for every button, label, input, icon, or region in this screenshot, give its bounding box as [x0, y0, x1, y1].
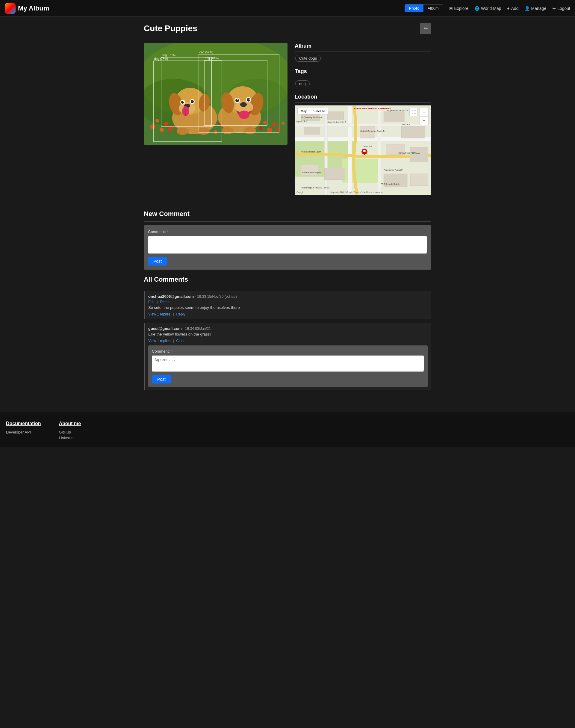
svg-point-42	[183, 101, 184, 102]
close-link[interactable]: Close	[176, 339, 185, 343]
map-type-bar: Map Satellite	[297, 108, 328, 114]
photo-column: dog (73%) dog (52%) dog (51%) dog (48%)	[144, 43, 288, 145]
reply-label: Comment: *	[152, 349, 424, 354]
svg-text:Pantai Hillpark Phase 2- Block: Pantai Hillpark Phase 2- Block 1	[301, 187, 331, 189]
map-zoom-out[interactable]: −	[420, 117, 428, 125]
comment-meta: - 19:33 15/Nov/20 (edited)	[195, 295, 237, 299]
comment-actions: Edit | Delete	[148, 299, 428, 304]
edit-button[interactable]: ✏	[420, 23, 431, 34]
comment-text: So cute, the puppies seem to enjoy thems…	[148, 305, 428, 310]
svg-text:ngkasa Apt: ngkasa Apt	[297, 120, 307, 123]
svg-point-19	[156, 119, 159, 123]
comment-header: onchua2006@gmail.com - 19:33 15/Nov/20 (…	[148, 294, 428, 299]
svg-rect-85	[360, 126, 375, 138]
comment-author: onchua2006@gmail.com	[148, 294, 194, 299]
location-heading: Location	[295, 94, 431, 103]
photo-container: dog (73%) dog (52%) dog (51%) dog (48%)	[144, 43, 288, 145]
all-comments-title: All Comments	[144, 276, 431, 284]
comment-textarea[interactable]	[148, 236, 427, 254]
svg-point-49	[198, 128, 210, 135]
svg-text:Avenue 7: Avenue 7	[401, 124, 410, 126]
svg-point-32	[272, 122, 276, 126]
svg-text:Masjid Ar-Rah Kerinchi: Masjid Ar-Rah Kerinchi	[386, 109, 408, 112]
album-tab[interactable]: Album	[424, 4, 443, 12]
page-title: Cute Puppies	[144, 24, 197, 33]
svg-text:dog (51%): dog (51%)	[162, 54, 175, 57]
svg-point-45	[193, 101, 194, 102]
svg-point-65	[244, 127, 256, 134]
comment-item: guest@gmail.com - 19:34 03/Jan/21 Like t…	[144, 323, 431, 390]
logout-link[interactable]: ↪ Logout	[552, 6, 570, 11]
svg-point-58	[237, 99, 238, 100]
navbar: My Album Photo Album ⊞ Explore 🌐 World M…	[0, 0, 575, 17]
svg-text:dog (52%): dog (52%)	[199, 51, 213, 54]
reply-textarea[interactable]	[152, 355, 424, 372]
footer-github-link[interactable]: GitHub	[59, 430, 81, 434]
post-button[interactable]: Post	[148, 257, 167, 265]
svg-point-17	[267, 128, 272, 133]
svg-rect-78	[348, 106, 352, 194]
brand: My Album	[5, 3, 49, 14]
svg-point-57	[235, 99, 239, 102]
grid-icon: ⊞	[449, 6, 453, 11]
footer-linkedin-link[interactable]: LinkedIn	[59, 436, 81, 440]
svg-text:PPR Kerinchi Blok A: PPR Kerinchi Blok A	[381, 183, 400, 185]
tags-section: Tags dog	[295, 68, 431, 88]
map-fullscreen-button[interactable]: ⛶	[409, 108, 418, 116]
explore-link[interactable]: ⊞ Explore	[449, 6, 468, 11]
photo-tab[interactable]: Photo	[405, 4, 424, 12]
comment-reply-row: View 1 replies | Close	[148, 338, 428, 343]
new-comment-form: Comment: * Post	[144, 225, 431, 270]
map-type-satellite[interactable]: Satellite	[310, 108, 328, 114]
svg-point-6	[168, 126, 173, 131]
svg-rect-93	[410, 174, 428, 186]
footer-api-link[interactable]: Developer API	[6, 430, 41, 434]
svg-point-60	[247, 98, 250, 102]
required-star-reply: *	[171, 349, 172, 354]
location-section: Location	[295, 94, 431, 195]
tag-item: dog	[295, 80, 310, 87]
svg-rect-86	[384, 112, 404, 122]
svg-text:Map data ©2021 Google  Terms o: Map data ©2021 Google Terms of Use Repor…	[330, 191, 384, 194]
svg-text:KL Gateway Residence: KL Gateway Residence	[301, 116, 323, 119]
required-star: *	[167, 230, 169, 234]
map-zoom-in[interactable]: +	[420, 108, 428, 117]
svg-rect-90	[301, 165, 319, 175]
plus-icon: +	[507, 6, 509, 11]
reply-link[interactable]: Reply	[176, 312, 185, 317]
map-zoom-controls: + −	[419, 108, 429, 125]
svg-text:Nexus Bangsar South: Nexus Bangsar South	[301, 151, 321, 153]
svg-text:Centrio Pantai Hillpark: Centrio Pantai Hillpark	[301, 171, 322, 174]
album-heading: Album	[295, 43, 431, 52]
add-link[interactable]: + Add	[507, 6, 518, 11]
new-comment-title: New Comment	[144, 210, 431, 218]
map-container: South View Serviced Apartments KL Gatewa…	[295, 105, 431, 195]
manage-link[interactable]: 👤 Manage	[525, 6, 546, 11]
svg-rect-83	[304, 127, 320, 134]
edit-link[interactable]: Edit	[148, 300, 155, 304]
tags-heading: Tags	[295, 68, 431, 77]
comment-meta: - 19:34 03/Jan/21	[183, 327, 211, 331]
nav-links: ⊞ Explore 🌐 World Map + Add 👤 Manage ↪ L…	[449, 6, 570, 11]
comment-label: Comment: *	[148, 230, 427, 234]
svg-point-4	[150, 124, 155, 129]
comment-header: guest@gmail.com - 19:34 03/Jan/21	[148, 326, 428, 331]
svg-rect-80	[325, 106, 328, 194]
user-icon: 👤	[525, 6, 530, 11]
view-replies-link[interactable]: View 1 replies	[148, 339, 170, 343]
sidebar-column: Album Cute dogs Tags dog Location	[295, 43, 431, 201]
content-columns: dog (73%) dog (52%) dog (51%) dog (48%) …	[144, 43, 431, 201]
reply-post-button[interactable]: Post	[152, 375, 171, 384]
reply-form: Comment: * Post	[148, 345, 428, 387]
svg-point-61	[248, 99, 250, 100]
svg-rect-89	[410, 147, 428, 162]
svg-point-44	[191, 100, 194, 103]
svg-rect-84	[328, 112, 344, 120]
all-comments-section: All Comments onchua2006@gmail.com - 19:3…	[144, 276, 431, 390]
footer-docs-heading: Documentation	[6, 421, 41, 426]
view-replies-link[interactable]: View 1 replies	[148, 312, 170, 317]
svg-rect-91	[325, 168, 345, 179]
delete-link[interactable]: Delete	[160, 300, 171, 304]
world-map-link[interactable]: 🌐 World Map	[474, 6, 501, 11]
map-type-map[interactable]: Map	[298, 108, 310, 114]
